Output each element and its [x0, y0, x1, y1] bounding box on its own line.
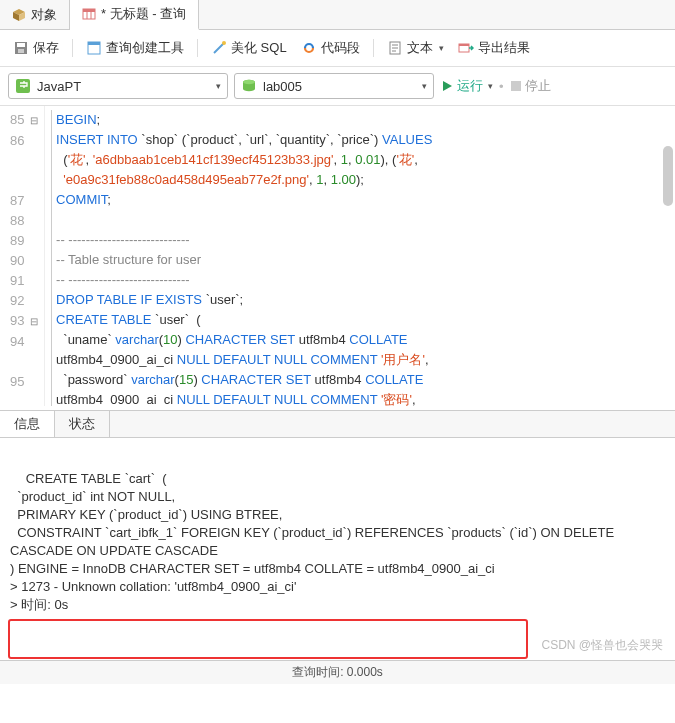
database-icon	[241, 78, 257, 94]
chevron-down-icon: ▾	[439, 43, 444, 53]
tab-query[interactable]: * 无标题 - 查询	[70, 0, 199, 30]
result-tabs: 信息 状态	[0, 410, 675, 438]
save-icon	[13, 40, 29, 56]
stop-icon	[510, 80, 522, 92]
chevron-down-icon: ▾	[422, 81, 427, 91]
tab-status[interactable]: 状态	[55, 411, 110, 437]
beautify-sql-button[interactable]: 美化 SQL	[206, 36, 292, 60]
svg-rect-4	[83, 9, 95, 12]
vertical-scrollbar[interactable]	[663, 146, 673, 206]
chevron-down-icon: ▾	[488, 81, 493, 91]
main-toolbar: 保存 查询创建工具 美化 SQL 代码段 文本 ▾ 导出结果	[0, 30, 675, 67]
watermark: CSDN @怪兽也会哭哭	[541, 636, 663, 654]
builder-icon	[86, 40, 102, 56]
chevron-down-icon: ▾	[216, 81, 221, 91]
cube-icon	[12, 8, 26, 22]
plug-icon	[15, 78, 31, 94]
svg-rect-11	[88, 42, 100, 45]
play-icon	[440, 79, 454, 93]
svg-rect-24	[511, 81, 521, 91]
svg-point-22	[243, 80, 255, 84]
tab-label: * 无标题 - 查询	[101, 5, 186, 23]
tab-object[interactable]: 对象	[0, 0, 70, 29]
export-result-button[interactable]: 导出结果	[453, 36, 535, 60]
separator	[373, 39, 374, 57]
sql-editor[interactable]: 85 ⊟86 87 88 89 90 91 92 93 ⊟94 95 96 BE…	[0, 106, 675, 406]
save-button[interactable]: 保存	[8, 36, 64, 60]
error-highlight-box	[8, 619, 528, 659]
svg-rect-19	[459, 44, 469, 46]
query-builder-button[interactable]: 查询创建工具	[81, 36, 189, 60]
output-text: CREATE TABLE `cart` ( `product_id` int N…	[10, 471, 618, 612]
table-icon	[82, 7, 96, 21]
snippet-icon	[301, 40, 317, 56]
run-button[interactable]: 运行 ▾	[440, 77, 493, 95]
separator	[72, 39, 73, 57]
editor-tabs: 对象 * 无标题 - 查询	[0, 0, 675, 30]
export-icon	[458, 40, 474, 56]
text-button[interactable]: 文本 ▾	[382, 36, 449, 60]
status-bar: 查询时间: 0.000s	[0, 660, 675, 684]
svg-rect-8	[17, 43, 25, 47]
code-snippet-button[interactable]: 代码段	[296, 36, 365, 60]
connection-bar: JavaPT ▾ lab005 ▾ 运行 ▾ • 停止	[0, 67, 675, 106]
query-time-label: 查询时间: 0.000s	[292, 664, 383, 681]
tab-label: 对象	[31, 6, 57, 24]
svg-point-13	[222, 41, 226, 45]
svg-rect-9	[18, 49, 24, 53]
output-panel[interactable]: CREATE TABLE `cart` ( `product_id` int N…	[0, 438, 675, 660]
svg-marker-23	[443, 81, 452, 91]
document-icon	[387, 40, 403, 56]
code-area[interactable]: BEGIN;INSERT INTO `shop` (`product`, `ur…	[45, 106, 675, 406]
database-combo[interactable]: lab005 ▾	[234, 73, 434, 99]
stop-button: 停止	[510, 77, 551, 95]
separator	[197, 39, 198, 57]
connection-profile-combo[interactable]: JavaPT ▾	[8, 73, 228, 99]
line-gutter: 85 ⊟86 87 88 89 90 91 92 93 ⊟94 95 96	[0, 106, 45, 406]
tab-info[interactable]: 信息	[0, 411, 55, 437]
svg-line-12	[214, 43, 224, 53]
separator-dot: •	[499, 79, 504, 94]
wand-icon	[211, 40, 227, 56]
